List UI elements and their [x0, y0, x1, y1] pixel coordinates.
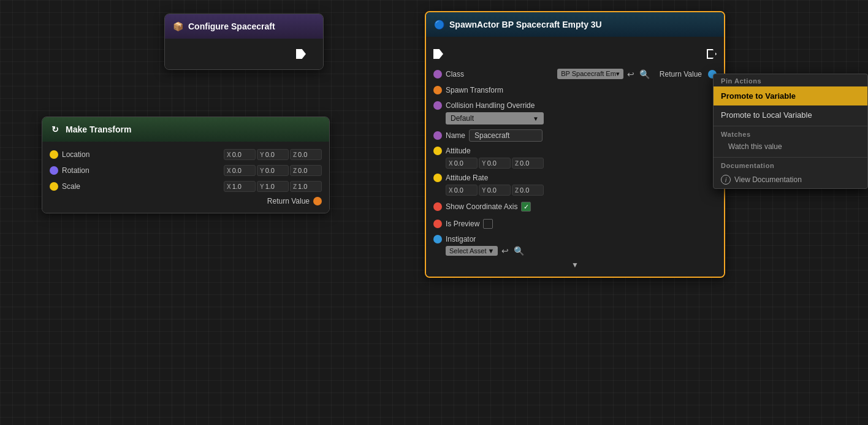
location-pin[interactable] — [50, 150, 58, 159]
scale-y-field[interactable]: Y 1.0 — [257, 181, 289, 192]
rotation-x-field[interactable]: X 0.0 — [224, 165, 256, 176]
select-asset-arrow: ▼ — [488, 247, 495, 255]
attitude-rate-z-field[interactable]: Z 0.0 — [512, 185, 544, 196]
rotation-y-field[interactable]: Y 0.0 — [257, 165, 289, 176]
attitude-z-field[interactable]: Z 0.0 — [512, 158, 544, 169]
return-value-label: Return Value — [660, 70, 702, 78]
spawn-body: Class BP Spacecraft Em▾ ↩ 🔍 Return Value… — [426, 37, 724, 277]
is-preview-row: Is Preview — [426, 215, 724, 232]
rotation-label: Rotation — [62, 166, 89, 175]
transform-return-label: Return Value — [267, 197, 310, 205]
attitude-y-field[interactable]: Y 0.0 — [479, 158, 511, 169]
context-menu: Pin Actions Promote to Variable Promote … — [713, 74, 868, 189]
spawn-exec-out-pin[interactable] — [707, 49, 717, 59]
scale-z-field[interactable]: Z 1.0 — [290, 181, 322, 192]
collision-label: Collision Handling Override — [446, 101, 535, 110]
location-label: Location — [62, 150, 89, 159]
configure-icon: 📦 — [172, 21, 183, 32]
spawn-icon: 🔵 — [433, 19, 444, 30]
transform-icon: ↻ — [50, 124, 61, 135]
transform-body: Location X 0.0 Y 0.0 Z 0.0 — [42, 142, 329, 213]
watches-section: Watches — [714, 128, 867, 140]
class-pin[interactable] — [433, 70, 442, 78]
view-doc-item[interactable]: i View Documentation — [714, 171, 867, 188]
show-coord-checkbox[interactable]: ✓ — [521, 202, 531, 212]
spawn-transform-label: Spawn Transform — [446, 86, 503, 94]
select-asset-field[interactable]: Select Asset ▼ — [446, 246, 498, 256]
spawn-class-row: Class BP Spacecraft Em▾ ↩ 🔍 Return Value — [426, 66, 724, 82]
spawn-header: 🔵 SpawnActor BP Spacecraft Empty 3U — [426, 12, 724, 37]
class-label: Class — [446, 70, 464, 78]
attitude-rate-pin[interactable] — [433, 174, 442, 182]
ctx-divider-2 — [714, 157, 867, 158]
pin-actions-section: Pin Actions — [714, 74, 867, 86]
view-doc-label: View Documentation — [734, 175, 802, 184]
promote-variable-item[interactable]: Promote to Variable — [714, 86, 867, 105]
location-z-field[interactable]: Z 0.0 — [290, 149, 322, 160]
instigator-reset-btn[interactable]: ↩ — [500, 247, 510, 255]
spawn-exec-row — [426, 42, 724, 66]
rotation-z-field[interactable]: Z 0.0 — [290, 165, 322, 176]
attitude-x-field[interactable]: X 0.0 — [446, 158, 478, 169]
spawn-actor-node: 🔵 SpawnActor BP Spacecraft Empty 3U Clas… — [425, 11, 725, 278]
name-row: Name Spacecraft — [426, 127, 724, 144]
scale-pin[interactable] — [50, 182, 58, 191]
attitude-rate-xyz: X 0.0 Y 0.0 Z 0.0 — [446, 185, 544, 196]
make-transform-node: ↻ Make Transform Location X 0.0 Y 0.0 — [42, 117, 330, 213]
watch-value-item[interactable]: Watch this value — [714, 140, 867, 156]
scroll-down-indicator[interactable]: ▼ — [426, 258, 724, 272]
instigator-browse-btn[interactable]: 🔍 — [512, 247, 525, 255]
configure-body — [165, 39, 323, 69]
transform-return-row: Return Value — [42, 194, 329, 208]
is-preview-checkbox[interactable] — [483, 219, 493, 229]
rotation-pin[interactable] — [50, 166, 58, 175]
make-transform-header: ↻ Make Transform — [42, 117, 329, 142]
scale-label: Scale — [62, 182, 80, 191]
ctx-divider-1 — [714, 126, 867, 126]
documentation-section: Documentation — [714, 159, 867, 171]
configure-spacecraft-header: 📦 Configure Spacecraft — [165, 14, 323, 39]
connection-lines — [0, 0, 184, 92]
collision-dropdown[interactable]: Default ▼ — [446, 112, 544, 124]
location-x-field[interactable]: X 0.0 — [224, 149, 256, 160]
is-preview-pin[interactable] — [433, 220, 442, 228]
configure-title: Configure Spacecraft — [188, 21, 275, 31]
spawn-title: SpawnActor BP Spacecraft Empty 3U — [449, 20, 602, 29]
transform-return-pin[interactable] — [313, 197, 322, 205]
show-coord-row: Show Coordinate Axis ✓ — [426, 198, 724, 215]
scale-xyz: X 1.0 Y 1.0 Z 1.0 — [224, 181, 322, 192]
promote-local-item[interactable]: Promote to Local Variable — [714, 105, 867, 124]
transform-title: Make Transform — [66, 124, 131, 134]
blueprint-canvas: 📦 Configure Spacecraft ↻ Make Transform … — [0, 0, 868, 425]
location-xyz: X 0.0 Y 0.0 Z 0.0 — [224, 149, 322, 160]
configure-exec-out-pin[interactable] — [296, 49, 306, 59]
class-value-field[interactable]: BP Spacecraft Em▾ — [557, 69, 623, 79]
class-browse-btn[interactable]: 🔍 — [638, 70, 651, 78]
collision-row: Collision Handling Override Default ▼ — [426, 99, 724, 127]
configure-spacecraft-node: 📦 Configure Spacecraft — [164, 13, 324, 70]
dropdown-arrow-icon: ▼ — [533, 115, 539, 122]
class-reset-btn[interactable]: ↩ — [626, 70, 636, 78]
scale-x-field[interactable]: X 1.0 — [224, 181, 256, 192]
attitude-rate-row: Attitude Rate X 0.0 Y 0.0 Z 0.0 — [426, 171, 724, 198]
instigator-pin[interactable] — [433, 235, 442, 243]
name-input[interactable]: Spacecraft — [469, 129, 542, 142]
name-label: Name — [446, 131, 465, 140]
attitude-rate-x-field[interactable]: X 0.0 — [446, 185, 478, 196]
attitude-rate-y-field[interactable]: Y 0.0 — [479, 185, 511, 196]
is-preview-label: Is Preview — [446, 220, 479, 228]
attitude-label: Attitude — [446, 147, 471, 155]
collision-pin[interactable] — [433, 101, 442, 110]
rotation-xyz: X 0.0 Y 0.0 Z 0.0 — [224, 165, 322, 176]
attitude-pin[interactable] — [433, 147, 442, 155]
location-y-field[interactable]: Y 0.0 — [257, 149, 289, 160]
attitude-rate-label: Attitude Rate — [446, 174, 488, 182]
doc-icon: i — [721, 175, 731, 185]
spawn-exec-in-pin[interactable] — [433, 49, 443, 59]
name-pin[interactable] — [433, 131, 442, 140]
spawn-transform-pin[interactable] — [433, 86, 442, 94]
show-coord-pin[interactable] — [433, 202, 442, 211]
instigator-row: Instigator Select Asset ▼ ↩ 🔍 — [426, 232, 724, 258]
attitude-xyz: X 0.0 Y 0.0 Z 0.0 — [446, 158, 544, 169]
spawn-transform-row: Spawn Transform — [426, 82, 724, 99]
